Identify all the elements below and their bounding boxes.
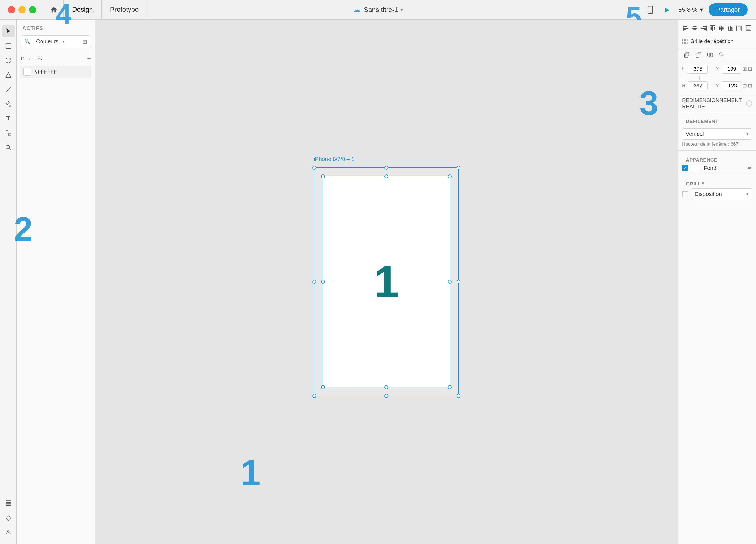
add-color-button[interactable]: + (87, 55, 91, 62)
handle-outer-ml[interactable] (312, 280, 316, 284)
search-icon: 🔍 (24, 39, 30, 45)
line-tool[interactable] (2, 83, 15, 96)
zoom-control[interactable]: 85,8 % ▾ (678, 6, 703, 13)
anchor-icon[interactable]: ⊞ (748, 83, 752, 89)
handle-inner-bl[interactable] (321, 385, 325, 389)
svg-rect-51 (686, 52, 689, 56)
titlebar-center: ☁ Sans titre-1 ▾ (353, 5, 403, 14)
handle-inner-br[interactable] (448, 385, 452, 389)
svg-point-3 (6, 58, 11, 63)
dim-x-input[interactable] (722, 65, 741, 73)
dim-h-input[interactable] (688, 81, 708, 90)
dim-h-label: H (682, 83, 687, 89)
copy-btn-2[interactable] (694, 51, 703, 59)
tab-home[interactable] (44, 0, 64, 19)
eyedropper-icon[interactable]: ✒ (747, 165, 752, 171)
handle-inner-tl[interactable] (321, 174, 325, 178)
align-middle-btn[interactable] (718, 24, 726, 32)
handle-inner-mr[interactable] (448, 280, 452, 284)
file-name[interactable]: Sans titre-1 ▾ (364, 6, 403, 14)
grid-row: Disposition ▾ (682, 188, 752, 200)
align-center-h-btn[interactable] (691, 24, 699, 32)
handle-outer-br[interactable] (457, 394, 460, 398)
flip-icon[interactable]: ⊡ (748, 66, 752, 72)
close-button[interactable] (8, 6, 15, 13)
dim-l-input[interactable] (688, 65, 708, 73)
tab-design[interactable]: Design (64, 0, 102, 19)
align-left-btn[interactable] (682, 24, 690, 32)
phone-icon[interactable] (645, 4, 656, 15)
handle-outer-mr[interactable] (457, 280, 460, 284)
fill-color-preview[interactable] (691, 165, 701, 171)
cloud-icon: ☁ (353, 5, 360, 14)
share-button[interactable]: Partager (709, 3, 748, 16)
left-panel: ACTIFS 🔍 Couleurs ▾ ⊞ Couleurs + #FFFFFF (17, 20, 95, 544)
handle-inner-tr[interactable] (448, 174, 452, 178)
annotation-1: 1 (240, 452, 260, 494)
distribute-v-btn[interactable] (744, 24, 752, 32)
fill-checkbox[interactable] (682, 165, 688, 171)
artboard-outer[interactable]: 1 (314, 167, 459, 396)
artboard-wrapper[interactable]: iPhone 6/7/8 – 1 (314, 167, 459, 396)
copy-btn-1[interactable] (682, 51, 691, 59)
copy-btn-4[interactable] (717, 51, 727, 59)
align-top-btn[interactable] (709, 24, 717, 32)
align-right-btn[interactable] (700, 24, 708, 32)
reactive-toggle[interactable] (746, 100, 752, 106)
grid-checkbox[interactable] (682, 191, 688, 197)
rectangle-tool[interactable] (2, 40, 15, 52)
assets-tool[interactable] (2, 526, 15, 538)
copy-btn-3[interactable] (705, 51, 715, 59)
maximize-button[interactable] (29, 6, 36, 13)
handle-outer-tm[interactable] (384, 166, 388, 170)
main-layout: 2 T (0, 20, 756, 544)
minimize-button[interactable] (18, 6, 26, 13)
layers-tool[interactable] (2, 497, 15, 509)
grid-view-icon[interactable]: ⊞ (82, 38, 87, 45)
svg-rect-46 (683, 39, 684, 41)
artboard-number: 1 (374, 259, 399, 304)
triangle-tool[interactable] (2, 69, 15, 81)
artboard-inner[interactable]: 1 (323, 176, 450, 388)
color-white-item[interactable]: #FFFFFF (21, 66, 91, 78)
text-tool[interactable]: T (2, 112, 15, 125)
constrain-icon[interactable]: ⊠ (743, 66, 747, 72)
scroll-title: DÉFILEMENT (682, 115, 752, 126)
colors-section: Couleurs + #FFFFFF (17, 51, 95, 78)
handle-inner-ml[interactable] (321, 280, 325, 284)
ellipse-tool[interactable] (2, 54, 15, 66)
distribute-h-btn[interactable] (735, 24, 743, 32)
scroll-dropdown[interactable]: Vertical ▾ (682, 128, 752, 140)
handle-outer-tl[interactable] (312, 166, 316, 170)
reactive-label: REDIMENSIONNEMENT RÉACTIF (682, 97, 746, 110)
svg-rect-11 (6, 504, 11, 506)
handle-outer-tr[interactable] (457, 166, 460, 170)
handle-inner-tm[interactable] (384, 174, 388, 178)
shape-tool[interactable] (2, 127, 15, 139)
search-bar[interactable]: 🔍 Couleurs ▾ ⊞ (21, 35, 91, 48)
category-dropdown[interactable]: Couleurs ▾ (33, 37, 80, 46)
lock-icon[interactable]: ⊟ (743, 83, 747, 89)
handle-outer-bl[interactable] (312, 394, 316, 398)
zoom-tool[interactable] (2, 141, 15, 154)
svg-rect-17 (683, 28, 688, 29)
grid-dropdown[interactable]: Disposition ▾ (691, 188, 752, 200)
align-bottom-btn[interactable] (726, 24, 734, 32)
svg-rect-2 (6, 43, 11, 48)
svg-rect-36 (728, 27, 729, 30)
play-button[interactable]: ▶ (662, 4, 673, 15)
svg-line-10 (9, 148, 11, 150)
tab-prototype[interactable]: Prototype (102, 0, 148, 19)
pen-tool[interactable] (2, 98, 15, 110)
canvas[interactable]: iPhone 6/7/8 – 1 (95, 20, 678, 544)
chevron-down-icon: ▾ (400, 7, 403, 13)
svg-point-56 (720, 53, 722, 55)
svg-rect-7 (6, 130, 8, 133)
category-chevron: ▾ (62, 39, 65, 44)
dim-y-input[interactable] (722, 81, 741, 90)
handle-outer-bm[interactable] (384, 394, 388, 398)
handle-inner-bm[interactable] (384, 385, 388, 389)
appearance-row: Fond ✒ (682, 165, 752, 171)
select-tool[interactable] (2, 25, 15, 37)
components-tool[interactable] (2, 512, 15, 524)
